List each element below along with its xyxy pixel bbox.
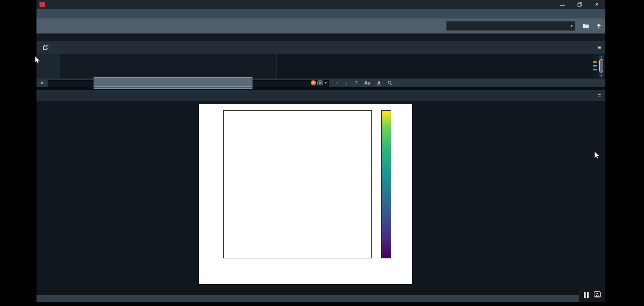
close-find-icon[interactable]: ✕ bbox=[36, 80, 48, 86]
search-icon[interactable] bbox=[387, 80, 393, 86]
pause-icon[interactable] bbox=[584, 292, 589, 298]
scrollbar-thumb[interactable] bbox=[599, 59, 603, 73]
plots-toolbar: ≡ bbox=[36, 90, 605, 101]
clear-search-icon[interactable]: ✕ bbox=[317, 80, 323, 85]
mouse-cursor-thumbnail bbox=[594, 151, 600, 161]
plots-pane bbox=[36, 101, 605, 287]
main-toolbar: ▼ bbox=[36, 18, 605, 33]
colorbar bbox=[381, 110, 391, 258]
no-matches-icon: − bbox=[311, 80, 316, 85]
whole-words-toggle[interactable]: A bbox=[377, 80, 380, 85]
tooltip-help-link[interactable] bbox=[94, 86, 252, 88]
browse-directory-button[interactable] bbox=[580, 21, 591, 31]
up-arrow-icon bbox=[595, 22, 602, 30]
plots-options-menu-icon[interactable]: ≡ bbox=[598, 92, 601, 99]
menu-bar bbox=[36, 9, 605, 18]
tabs-stack-icon bbox=[43, 44, 49, 51]
working-directory-input[interactable] bbox=[447, 21, 575, 30]
pane-tab-bar bbox=[36, 288, 605, 295]
screenshot-icon[interactable] bbox=[594, 291, 601, 299]
close-button[interactable]: ✕ bbox=[588, 0, 605, 9]
breadcrumb bbox=[36, 33, 605, 41]
editor-tab-bar: ≡ bbox=[36, 41, 605, 54]
minimize-button[interactable]: — bbox=[554, 0, 571, 9]
restore-icon bbox=[577, 2, 582, 7]
mouse-cursor bbox=[34, 56, 41, 66]
editor-scrollbar[interactable]: ▲ ▼ bbox=[598, 55, 604, 78]
browse-tabs-button[interactable] bbox=[40, 42, 51, 52]
spyder-logo-icon bbox=[39, 2, 45, 7]
parent-directory-button[interactable] bbox=[593, 21, 604, 31]
calltip-tooltip[interactable] bbox=[94, 77, 252, 89]
editor-options-menu-icon[interactable]: ≡ bbox=[598, 44, 601, 51]
find-next-button[interactable]: ↓ bbox=[345, 80, 348, 85]
title-bar: — ✕ bbox=[36, 0, 605, 9]
scrollbar-flags bbox=[593, 61, 597, 73]
chevron-down-icon[interactable]: ▼ bbox=[570, 24, 574, 28]
column-edge-line bbox=[276, 54, 276, 79]
recorder-overlay bbox=[579, 288, 605, 302]
restore-button[interactable] bbox=[571, 0, 588, 9]
find-previous-button[interactable]: ↑ bbox=[336, 80, 338, 85]
case-sensitive-toggle[interactable]: Aa bbox=[364, 80, 370, 85]
spyder-window: — ✕ ▼ ≡ bbox=[36, 0, 605, 302]
code-editor[interactable]: ▲ ▼ bbox=[36, 54, 605, 79]
working-directory-combo[interactable]: ▼ bbox=[447, 21, 575, 30]
confusion-matrix-figure[interactable] bbox=[199, 104, 412, 284]
chevron-down-icon[interactable]: ▼ bbox=[324, 81, 328, 85]
regex-toggle[interactable]: .* bbox=[354, 80, 357, 85]
heatmap bbox=[223, 110, 372, 258]
status-bar bbox=[36, 295, 605, 302]
folder-icon bbox=[582, 22, 589, 30]
